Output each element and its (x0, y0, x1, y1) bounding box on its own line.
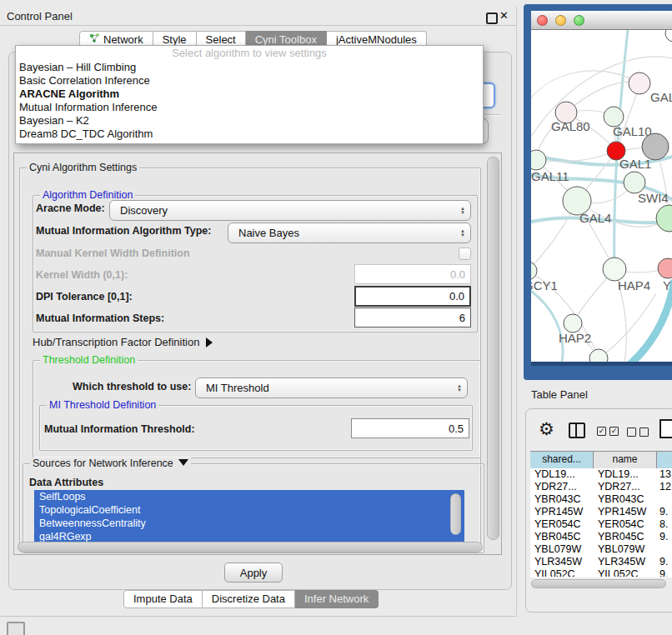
table-cell: YIL052C (594, 568, 657, 577)
mi-threshold-field[interactable]: 0.5 (351, 418, 469, 438)
mi-type-label: Mutual Information Algorithm Type: (36, 225, 211, 237)
hub-definition-label: Hub/Transcription Factor Definition (33, 336, 199, 348)
close-panel-icon[interactable]: ✕ (499, 10, 509, 22)
network-node-label: SWI4 (638, 191, 669, 205)
table-cell: YBL079W (530, 543, 594, 556)
table-cell: YPR145W (530, 506, 594, 518)
tab-impute-data[interactable]: Impute Data (123, 590, 203, 608)
tab-discretize-data[interactable]: Discretize Data (203, 590, 295, 608)
column-header[interactable]: shared... (530, 452, 594, 468)
network-node[interactable] (603, 258, 626, 281)
algorithm-option[interactable]: Bayesian – K2 (16, 114, 483, 128)
settings-scroll-viewport: Cyni Algorithm Settings Algorithm Defini… (13, 152, 502, 555)
expanded-arrow-icon (178, 459, 188, 466)
table-cell: 9. (657, 556, 672, 568)
network-node-label: GAL1 (619, 157, 651, 171)
network-node[interactable] (564, 314, 582, 332)
column-layout-icon[interactable] (569, 422, 585, 438)
docked-panel-icon[interactable] (7, 622, 25, 635)
horizontal-scrollbar-thumb[interactable] (18, 542, 483, 552)
table-row[interactable]: YBL079WYBL079W (530, 543, 672, 556)
column-header[interactable] (657, 452, 672, 468)
vertical-scrollbar-thumb[interactable] (487, 157, 499, 540)
select-all-checkboxes-icon[interactable]: ✓✓ (597, 427, 619, 436)
network-node-label: GAL10 (613, 124, 652, 138)
table-cell: YBR045C (594, 531, 657, 543)
table-row[interactable]: YBR043CYBR043C (530, 493, 672, 506)
apply-button[interactable]: Apply (224, 562, 283, 582)
mi-threshold-label: Mutual Information Threshold: (44, 423, 195, 435)
attribute-item[interactable]: gal4RGexp (34, 530, 464, 542)
table-cell: 9. (657, 506, 672, 518)
control-panel-title: Control Panel (7, 10, 73, 22)
minimize-traffic-light-icon[interactable] (555, 15, 566, 26)
network-node[interactable] (656, 205, 672, 232)
algorithm-option[interactable]: Dream8 DC_TDC Algorithm (16, 128, 483, 141)
network-node[interactable] (531, 262, 537, 280)
dpi-tolerance-field[interactable]: 0.0 (354, 286, 471, 307)
mi-type-combobox[interactable]: Naive Bayes ▲▼ (228, 222, 471, 243)
table-row[interactable]: YPR145WYPR145W9. (530, 506, 672, 518)
list-scrollbar-thumb[interactable] (450, 493, 461, 535)
titlebar-divider (0, 25, 517, 26)
table-cell: YDL19... (594, 468, 657, 481)
table-horizontal-scrollbar-thumb[interactable] (531, 579, 666, 588)
table-cell: 12 (657, 481, 672, 493)
network-node-label: GAL4 (579, 211, 611, 225)
table-row[interactable]: YBR045CYBR045C9. (530, 531, 672, 543)
manual-kernel-checkbox[interactable] (459, 248, 471, 260)
network-node-label: HAP4 (618, 278, 650, 292)
network-node-label: GAL11 (531, 169, 569, 183)
table-cell: YER054C (530, 518, 594, 531)
mi-threshold-group-title: MI Threshold Definition (47, 399, 158, 411)
table-cell: YIL052C (530, 568, 594, 577)
which-threshold-value: MI Threshold (206, 382, 457, 394)
document-icon[interactable] (659, 419, 672, 438)
network-node[interactable] (658, 258, 672, 278)
aracne-mode-combobox[interactable]: Discovery ▲▼ (109, 200, 471, 221)
network-node[interactable] (642, 133, 669, 160)
attribute-item[interactable]: SelfLoops (34, 490, 464, 503)
gear-icon[interactable]: ⚙ (539, 420, 554, 438)
combo-arrows-icon: ▲▼ (460, 229, 465, 238)
screen: { "colors": { "sel_blue": "#3A6CC8", "ta… (0, 0, 672, 635)
tab-infer-network[interactable]: Infer Network (295, 590, 379, 608)
attribute-item[interactable]: BetweennessCentrality (34, 517, 464, 530)
algorithm-option[interactable]: Mutual Information Inference (16, 101, 483, 114)
table-row[interactable]: YLR345WYLR345W9. (530, 556, 672, 568)
table-row[interactable]: YDR27...YDR27...12 (530, 481, 672, 493)
zoom-traffic-light-icon[interactable] (574, 15, 584, 26)
threshold-definition-title: Threshold Definition (40, 354, 138, 366)
network-window-titlebar[interactable] (531, 11, 672, 30)
network-view-canvas[interactable]: GALGAL80GAL10GAL1GAL11SWI4GAL4GCY1HAP4YH… (531, 30, 672, 362)
close-traffic-light-icon[interactable] (537, 15, 548, 26)
network-node[interactable] (629, 72, 650, 94)
table-cell: YDR27... (530, 481, 594, 493)
canvas-bottom-shadow (531, 362, 672, 366)
table-row[interactable]: YER054CYER054C8. (530, 518, 672, 531)
deselect-all-checkboxes-icon[interactable] (627, 428, 649, 437)
column-header[interactable]: name (594, 452, 657, 468)
attribute-item[interactable]: TopologicalCoefficient (34, 503, 464, 517)
table-cell: YDL19... (530, 468, 594, 481)
network-node-label: GAL (650, 90, 672, 104)
sources-group-title[interactable]: Sources for Network Inference (30, 458, 191, 469)
float-panel-icon[interactable] (486, 12, 498, 24)
network-node[interactable] (665, 30, 672, 42)
algorithm-option[interactable]: Basic Correlation Inference (16, 74, 483, 88)
table-row[interactable]: YDL19...YDL19...13 (530, 468, 672, 481)
mi-steps-field[interactable]: 6 (354, 308, 471, 328)
algorithm-option[interactable]: Bayesian – Hill Climbing (16, 61, 483, 74)
table-cell (657, 543, 672, 556)
which-threshold-combobox[interactable]: MI Threshold ▲▼ (195, 378, 468, 398)
algorithm-option[interactable]: ARACNE Algorithm (16, 88, 483, 101)
hub-definition-toggle[interactable]: Hub/Transcription Factor Definition (33, 336, 213, 348)
kernel-width-field[interactable]: 0.0 (354, 264, 471, 284)
table-cell: YER054C (594, 518, 657, 531)
network-node[interactable] (589, 349, 608, 362)
mi-steps-label: Mutual Information Steps: (36, 312, 164, 324)
panel-bottom-edge (0, 616, 517, 617)
dpi-tolerance-label: DPI Tolerance [0,1]: (36, 291, 133, 302)
combo-arrows-icon: ▲▼ (457, 384, 462, 392)
table-row[interactable]: YIL052CYIL052C9. (530, 568, 672, 577)
